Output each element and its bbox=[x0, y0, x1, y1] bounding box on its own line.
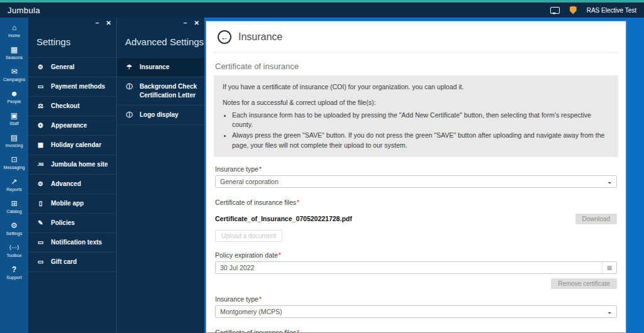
info-icon: ⓘ bbox=[125, 111, 134, 119]
close-icon[interactable]: ✕ bbox=[194, 19, 199, 27]
appearance-icon: ❂ bbox=[36, 121, 45, 130]
info-box: If you have a certificate of insurance (… bbox=[214, 75, 618, 157]
upload-document-button[interactable]: Upload a document bbox=[215, 230, 282, 242]
required-mark: * bbox=[297, 199, 299, 206]
phone-icon: ▯ bbox=[36, 199, 45, 208]
staff-icon: ▣ bbox=[11, 111, 18, 120]
catalog-icon: ⊞ bbox=[11, 199, 17, 208]
certificate-block-2: Insurance type* Montgomery (MCPS) ⌄ bbox=[215, 295, 617, 318]
chevron-down-icon: ⌄ bbox=[607, 309, 612, 314]
expiration-date-input-1[interactable]: 30 Jul 2022 ▦ bbox=[215, 261, 617, 274]
insurance-type-select-1[interactable]: General corporation ⌄ bbox=[215, 175, 617, 188]
sidebar-item-seasons[interactable]: ▦ Seasons bbox=[0, 45, 28, 60]
chat-icon[interactable] bbox=[550, 7, 560, 14]
page-title: Insurance bbox=[238, 31, 282, 43]
shield-icon[interactable] bbox=[570, 6, 577, 14]
advanced-item-insurance[interactable]: ☂ Insurance bbox=[117, 57, 204, 77]
settings-item-notification-texts[interactable]: ▭ Notification texts bbox=[28, 232, 116, 252]
gear-icon: ⚙ bbox=[36, 63, 45, 72]
download-button[interactable]: Download bbox=[575, 214, 617, 224]
topbar: Jumbula RAS Elective Test bbox=[0, 3, 644, 18]
remove-row: Remove certificate bbox=[215, 278, 617, 289]
insurance-type-value: General corporation bbox=[220, 178, 279, 185]
settings-item-mobile-app[interactable]: ▯ Mobile app bbox=[28, 194, 116, 213]
info-bullets: Each insurance form has to be uploaded b… bbox=[223, 111, 609, 151]
invoicing-icon: ▤ bbox=[11, 133, 18, 142]
people-icon: ☻ bbox=[10, 89, 18, 98]
jb-logo-icon: JB bbox=[36, 160, 45, 169]
expiration-date-value: 30 Jul 2022 bbox=[216, 262, 602, 273]
files-field-2: Certificate of insurance files* Certific… bbox=[215, 329, 617, 333]
settings-menu: ⚙ General ▭ Payment methods ⚖ Checkout ❂… bbox=[28, 57, 116, 272]
cart-icon: ⚖ bbox=[36, 102, 45, 111]
advanced-panel-controls: − ✕ bbox=[184, 19, 199, 27]
calendar-icon: ▦ bbox=[36, 141, 45, 150]
settings-panel-controls: − ✕ bbox=[96, 19, 111, 27]
settings-item-gift-card[interactable]: ▭ Gift card bbox=[28, 252, 116, 272]
remove-certificate-button[interactable]: Remove certificate bbox=[551, 278, 617, 289]
account-name[interactable]: RAS Elective Test bbox=[587, 7, 636, 14]
insurance-type-label: Insurance type* bbox=[215, 295, 617, 303]
sidebar-item-home[interactable]: ⌂ Home bbox=[0, 23, 28, 38]
sidebar-item-staff[interactable]: ▣ Staff bbox=[0, 111, 28, 126]
info-line-2: Notes for a successful & correct upload … bbox=[223, 98, 609, 108]
settings-item-jumbula-home-site[interactable]: JB Jumbula home site bbox=[28, 155, 116, 174]
calendar-icon[interactable]: ▦ bbox=[602, 262, 616, 273]
settings-item-payment-methods[interactable]: ▭ Payment methods bbox=[28, 77, 116, 96]
sidebar-item-messaging[interactable]: ⊡ Messaging bbox=[0, 155, 28, 170]
section-title: Certificate of insurance bbox=[215, 62, 618, 71]
advanced-item-background-check[interactable]: ⓘ Background Check Certification Letter bbox=[117, 77, 204, 105]
sidebar-item-settings[interactable]: ⚙ Settings bbox=[0, 221, 28, 236]
certificate-block-1: Insurance type* General corporation ⌄ bbox=[215, 165, 617, 188]
advanced-settings-panel: − ✕ Advanced Settings ☂ Insurance ⓘ Back… bbox=[116, 18, 204, 333]
back-arrow-icon: ← bbox=[221, 33, 229, 42]
minimize-icon[interactable]: − bbox=[96, 19, 99, 27]
insurance-type-select-2[interactable]: Montgomery (MCPS) ⌄ bbox=[215, 305, 617, 318]
jumbula-logo: Jumbula bbox=[8, 6, 40, 15]
sidebar-item-catalog[interactable]: ⊞ Catalog bbox=[0, 199, 28, 214]
required-mark: * bbox=[279, 251, 281, 259]
close-icon[interactable]: ✕ bbox=[106, 19, 111, 27]
card-icon: ▭ bbox=[36, 82, 45, 91]
files-label: Certificate of insurance files* bbox=[215, 199, 617, 206]
sidebar-item-support[interactable]: ? Support bbox=[0, 265, 28, 280]
insurance-shield-icon: ☂ bbox=[125, 63, 134, 72]
certificate-file-name: Certificate_of_Insurance_070520221728.pd… bbox=[215, 215, 352, 222]
chevron-down-icon: ⌄ bbox=[607, 179, 612, 184]
settings-item-policies[interactable]: ✎ Policies bbox=[28, 213, 116, 232]
minimize-icon[interactable]: − bbox=[184, 19, 187, 27]
settings-item-holiday-calendar[interactable]: ▦ Holiday calendar bbox=[28, 135, 116, 155]
settings-gear-icon: ⚙ bbox=[11, 221, 18, 230]
gift-card-icon: ▭ bbox=[36, 258, 45, 266]
advanced-menu: ☂ Insurance ⓘ Background Check Certifica… bbox=[117, 57, 204, 125]
settings-item-advanced[interactable]: ⚙ Advanced bbox=[28, 174, 116, 194]
sidebar-item-invoicing[interactable]: ▤ Invoicing bbox=[0, 133, 28, 148]
insurance-type-value: Montgomery (MCPS) bbox=[220, 308, 282, 315]
insurance-form: Insurance type* General corporation ⌄ Ce… bbox=[214, 165, 618, 333]
gear-icon: ⚙ bbox=[36, 180, 45, 188]
required-mark: * bbox=[297, 329, 299, 333]
insurance-type-label: Insurance type* bbox=[215, 165, 617, 173]
advanced-item-logo-display[interactable]: ⓘ Logo display bbox=[117, 105, 204, 125]
settings-item-general[interactable]: ⚙ General bbox=[28, 57, 116, 77]
campaigns-icon: ✉ bbox=[11, 67, 17, 76]
sidebar-item-reports[interactable]: ↗ Reports bbox=[0, 177, 28, 192]
sidebar-item-campaigns[interactable]: ✉ Campaigns bbox=[0, 67, 28, 82]
sidebar-item-toolbox[interactable]: ⟨⋯⟩ Toolbox bbox=[0, 243, 28, 258]
insurance-sheet: ← Insurance Certificate of insurance If … bbox=[206, 21, 626, 333]
seasons-icon: ▦ bbox=[11, 45, 18, 54]
sidebar-item-people[interactable]: ☻ People bbox=[0, 89, 28, 104]
info-icon: ⓘ bbox=[125, 82, 134, 91]
messaging-icon: ⊡ bbox=[11, 155, 17, 164]
expiration-label: Policy expiration date* bbox=[215, 251, 617, 259]
sidebar: ⌂ Home ▦ Seasons ✉ Campaigns ☻ People ▣ … bbox=[0, 18, 28, 333]
signature-icon: ✎ bbox=[36, 219, 45, 227]
settings-item-appearance[interactable]: ❂ Appearance bbox=[28, 116, 116, 135]
sheet-header: ← Insurance bbox=[214, 28, 618, 44]
toolbox-icon: ⟨⋯⟩ bbox=[9, 243, 19, 252]
back-button[interactable]: ← bbox=[218, 30, 231, 44]
required-mark: * bbox=[259, 295, 262, 303]
files-label: Certificate of insurance files* bbox=[215, 329, 617, 333]
settings-item-checkout[interactable]: ⚖ Checkout bbox=[28, 96, 116, 116]
expiration-field-1: Policy expiration date* 30 Jul 2022 ▦ Re… bbox=[215, 251, 617, 289]
